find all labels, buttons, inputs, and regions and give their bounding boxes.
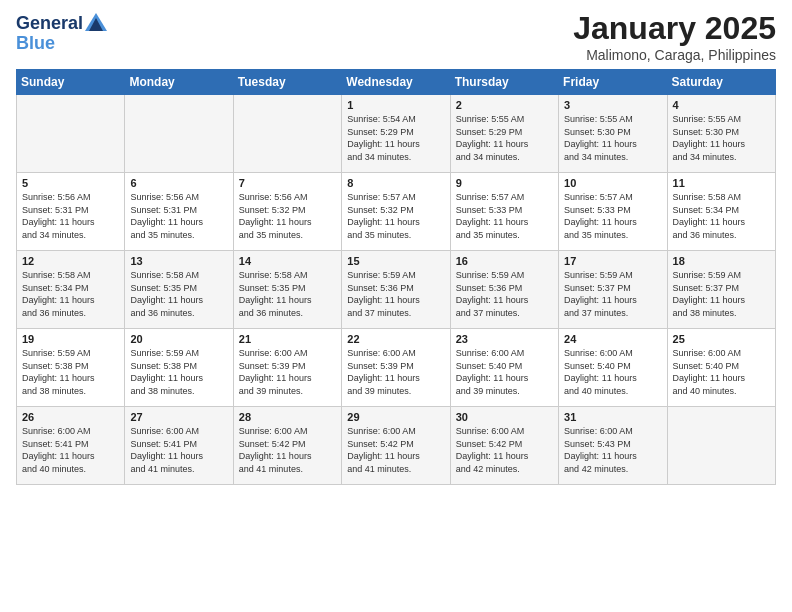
calendar-cell: 7Sunrise: 5:56 AM Sunset: 5:32 PM Daylig…	[233, 173, 341, 251]
day-info: Sunrise: 5:59 AM Sunset: 5:38 PM Dayligh…	[130, 347, 227, 397]
day-number: 7	[239, 177, 336, 189]
calendar-week-4: 19Sunrise: 5:59 AM Sunset: 5:38 PM Dayli…	[17, 329, 776, 407]
calendar-cell: 10Sunrise: 5:57 AM Sunset: 5:33 PM Dayli…	[559, 173, 667, 251]
weekday-header-wednesday: Wednesday	[342, 70, 450, 95]
day-info: Sunrise: 5:59 AM Sunset: 5:37 PM Dayligh…	[673, 269, 770, 319]
day-info: Sunrise: 6:00 AM Sunset: 5:42 PM Dayligh…	[239, 425, 336, 475]
day-number: 6	[130, 177, 227, 189]
calendar-cell	[233, 95, 341, 173]
day-info: Sunrise: 5:57 AM Sunset: 5:33 PM Dayligh…	[456, 191, 553, 241]
day-number: 22	[347, 333, 444, 345]
weekday-header-monday: Monday	[125, 70, 233, 95]
day-info: Sunrise: 6:00 AM Sunset: 5:41 PM Dayligh…	[130, 425, 227, 475]
day-info: Sunrise: 6:00 AM Sunset: 5:39 PM Dayligh…	[239, 347, 336, 397]
day-info: Sunrise: 6:00 AM Sunset: 5:40 PM Dayligh…	[564, 347, 661, 397]
day-number: 20	[130, 333, 227, 345]
day-info: Sunrise: 5:59 AM Sunset: 5:37 PM Dayligh…	[564, 269, 661, 319]
day-info: Sunrise: 5:55 AM Sunset: 5:30 PM Dayligh…	[673, 113, 770, 163]
day-info: Sunrise: 6:00 AM Sunset: 5:42 PM Dayligh…	[347, 425, 444, 475]
day-number: 9	[456, 177, 553, 189]
day-info: Sunrise: 6:00 AM Sunset: 5:39 PM Dayligh…	[347, 347, 444, 397]
calendar-cell: 22Sunrise: 6:00 AM Sunset: 5:39 PM Dayli…	[342, 329, 450, 407]
day-number: 8	[347, 177, 444, 189]
weekday-header-friday: Friday	[559, 70, 667, 95]
calendar-cell: 11Sunrise: 5:58 AM Sunset: 5:34 PM Dayli…	[667, 173, 775, 251]
calendar-body: 1Sunrise: 5:54 AM Sunset: 5:29 PM Daylig…	[17, 95, 776, 485]
calendar-cell: 14Sunrise: 5:58 AM Sunset: 5:35 PM Dayli…	[233, 251, 341, 329]
calendar-cell	[17, 95, 125, 173]
day-info: Sunrise: 5:58 AM Sunset: 5:34 PM Dayligh…	[673, 191, 770, 241]
calendar-cell: 17Sunrise: 5:59 AM Sunset: 5:37 PM Dayli…	[559, 251, 667, 329]
month-title: January 2025	[573, 10, 776, 47]
calendar-cell: 6Sunrise: 5:56 AM Sunset: 5:31 PM Daylig…	[125, 173, 233, 251]
logo-icon	[85, 13, 107, 31]
calendar-cell: 12Sunrise: 5:58 AM Sunset: 5:34 PM Dayli…	[17, 251, 125, 329]
calendar-cell: 8Sunrise: 5:57 AM Sunset: 5:32 PM Daylig…	[342, 173, 450, 251]
weekday-header-row: SundayMondayTuesdayWednesdayThursdayFrid…	[17, 70, 776, 95]
calendar-cell: 31Sunrise: 6:00 AM Sunset: 5:43 PM Dayli…	[559, 407, 667, 485]
calendar-cell: 3Sunrise: 5:55 AM Sunset: 5:30 PM Daylig…	[559, 95, 667, 173]
day-number: 13	[130, 255, 227, 267]
calendar-cell: 13Sunrise: 5:58 AM Sunset: 5:35 PM Dayli…	[125, 251, 233, 329]
day-number: 26	[22, 411, 119, 423]
calendar-table: SundayMondayTuesdayWednesdayThursdayFrid…	[16, 69, 776, 485]
day-info: Sunrise: 5:58 AM Sunset: 5:35 PM Dayligh…	[239, 269, 336, 319]
day-info: Sunrise: 5:56 AM Sunset: 5:31 PM Dayligh…	[130, 191, 227, 241]
calendar-cell: 20Sunrise: 5:59 AM Sunset: 5:38 PM Dayli…	[125, 329, 233, 407]
day-number: 3	[564, 99, 661, 111]
day-number: 29	[347, 411, 444, 423]
day-info: Sunrise: 5:54 AM Sunset: 5:29 PM Dayligh…	[347, 113, 444, 163]
calendar-week-3: 12Sunrise: 5:58 AM Sunset: 5:34 PM Dayli…	[17, 251, 776, 329]
day-number: 10	[564, 177, 661, 189]
day-number: 17	[564, 255, 661, 267]
day-info: Sunrise: 6:00 AM Sunset: 5:40 PM Dayligh…	[456, 347, 553, 397]
weekday-header-sunday: Sunday	[17, 70, 125, 95]
day-number: 19	[22, 333, 119, 345]
day-number: 18	[673, 255, 770, 267]
day-info: Sunrise: 5:58 AM Sunset: 5:35 PM Dayligh…	[130, 269, 227, 319]
day-info: Sunrise: 5:59 AM Sunset: 5:38 PM Dayligh…	[22, 347, 119, 397]
calendar-cell: 29Sunrise: 6:00 AM Sunset: 5:42 PM Dayli…	[342, 407, 450, 485]
header: General Blue January 2025 Malimono, Cara…	[16, 10, 776, 63]
calendar-cell: 19Sunrise: 5:59 AM Sunset: 5:38 PM Dayli…	[17, 329, 125, 407]
day-number: 1	[347, 99, 444, 111]
weekday-header-tuesday: Tuesday	[233, 70, 341, 95]
day-number: 28	[239, 411, 336, 423]
calendar-cell	[667, 407, 775, 485]
page-container: General Blue January 2025 Malimono, Cara…	[0, 0, 792, 495]
day-number: 21	[239, 333, 336, 345]
day-number: 14	[239, 255, 336, 267]
weekday-header-saturday: Saturday	[667, 70, 775, 95]
day-info: Sunrise: 5:56 AM Sunset: 5:31 PM Dayligh…	[22, 191, 119, 241]
calendar-cell: 28Sunrise: 6:00 AM Sunset: 5:42 PM Dayli…	[233, 407, 341, 485]
day-info: Sunrise: 5:57 AM Sunset: 5:32 PM Dayligh…	[347, 191, 444, 241]
calendar-cell: 2Sunrise: 5:55 AM Sunset: 5:29 PM Daylig…	[450, 95, 558, 173]
calendar-cell: 4Sunrise: 5:55 AM Sunset: 5:30 PM Daylig…	[667, 95, 775, 173]
weekday-header-thursday: Thursday	[450, 70, 558, 95]
calendar-cell: 21Sunrise: 6:00 AM Sunset: 5:39 PM Dayli…	[233, 329, 341, 407]
day-info: Sunrise: 6:00 AM Sunset: 5:40 PM Dayligh…	[673, 347, 770, 397]
day-number: 4	[673, 99, 770, 111]
calendar-cell: 1Sunrise: 5:54 AM Sunset: 5:29 PM Daylig…	[342, 95, 450, 173]
day-number: 27	[130, 411, 227, 423]
calendar-cell: 15Sunrise: 5:59 AM Sunset: 5:36 PM Dayli…	[342, 251, 450, 329]
day-info: Sunrise: 6:00 AM Sunset: 5:42 PM Dayligh…	[456, 425, 553, 475]
day-info: Sunrise: 5:57 AM Sunset: 5:33 PM Dayligh…	[564, 191, 661, 241]
calendar-cell: 25Sunrise: 6:00 AM Sunset: 5:40 PM Dayli…	[667, 329, 775, 407]
title-area: January 2025 Malimono, Caraga, Philippin…	[573, 10, 776, 63]
calendar-cell: 5Sunrise: 5:56 AM Sunset: 5:31 PM Daylig…	[17, 173, 125, 251]
day-info: Sunrise: 5:59 AM Sunset: 5:36 PM Dayligh…	[456, 269, 553, 319]
logo-text-general: General	[16, 14, 83, 34]
location: Malimono, Caraga, Philippines	[573, 47, 776, 63]
day-info: Sunrise: 5:55 AM Sunset: 5:29 PM Dayligh…	[456, 113, 553, 163]
day-number: 2	[456, 99, 553, 111]
calendar-header: SundayMondayTuesdayWednesdayThursdayFrid…	[17, 70, 776, 95]
calendar-cell: 30Sunrise: 6:00 AM Sunset: 5:42 PM Dayli…	[450, 407, 558, 485]
day-info: Sunrise: 5:58 AM Sunset: 5:34 PM Dayligh…	[22, 269, 119, 319]
logo: General Blue	[16, 14, 107, 54]
calendar-week-1: 1Sunrise: 5:54 AM Sunset: 5:29 PM Daylig…	[17, 95, 776, 173]
day-number: 24	[564, 333, 661, 345]
day-info: Sunrise: 6:00 AM Sunset: 5:41 PM Dayligh…	[22, 425, 119, 475]
calendar-cell: 9Sunrise: 5:57 AM Sunset: 5:33 PM Daylig…	[450, 173, 558, 251]
calendar-cell: 23Sunrise: 6:00 AM Sunset: 5:40 PM Dayli…	[450, 329, 558, 407]
